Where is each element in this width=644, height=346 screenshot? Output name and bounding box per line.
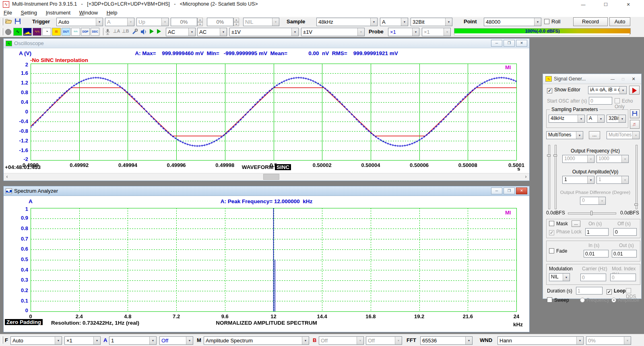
- record-length-select[interactable]: 48000: [484, 18, 541, 26]
- slider-thumb[interactable]: [547, 154, 551, 157]
- chevron-down-icon[interactable]: [370, 18, 377, 26]
- siggen-close-button[interactable]: ✕: [628, 76, 639, 82]
- oscilloscope-titlebar[interactable]: ∿ Oscilloscope: [4, 39, 529, 48]
- siggen-channel-select[interactable]: A: [587, 115, 605, 123]
- modulation-select[interactable]: NIL: [549, 273, 570, 281]
- spectrum-close-button[interactable]: [516, 187, 527, 194]
- slider-thumb[interactable]: [590, 211, 592, 215]
- siggen-run-button[interactable]: [629, 86, 640, 95]
- trigger-mode-select[interactable]: Auto: [56, 18, 103, 26]
- spectrum-restore-button[interactable]: [504, 187, 515, 194]
- slider-thumb[interactable]: [634, 204, 638, 206]
- maximize-button[interactable]: ☐: [596, 0, 616, 9]
- zoom-mult-select[interactable]: ×1: [64, 336, 101, 345]
- chevron-down-icon[interactable]: [55, 337, 62, 344]
- ddp-viewer-icon[interactable]: DDP: [81, 28, 90, 36]
- chevron-down-icon[interactable]: [576, 132, 583, 139]
- display-mode-select[interactable]: Amplitude Spectrum: [204, 336, 309, 345]
- fft-size-select[interactable]: 65536: [420, 336, 473, 345]
- siggen-bits-select[interactable]: 32Bit: [607, 115, 626, 123]
- open-file-button[interactable]: [5, 18, 12, 26]
- amplitude-a-select[interactable]: 1: [562, 176, 594, 184]
- oscilloscope-hscrollbar[interactable]: [4, 173, 529, 181]
- signal-generator-titlebar[interactable]: ∿ Signal Gener... — □ ✕: [543, 74, 641, 84]
- channel-a-scale-select[interactable]: 1: [109, 336, 157, 345]
- roll-checkbox-box[interactable]: [544, 19, 549, 24]
- spectrum-3d-plot-icon[interactable]: ≋: [52, 28, 61, 36]
- level-slider-b[interactable]: [636, 145, 638, 209]
- chevron-down-icon[interactable]: [587, 176, 594, 183]
- chevron-down-icon[interactable]: [149, 337, 156, 344]
- sound-output-icon[interactable]: [140, 29, 147, 36]
- auto-scale-button[interactable]: Auto: [609, 17, 630, 26]
- siggen-sample-rate-select[interactable]: 48kHz: [549, 115, 585, 123]
- chevron-down-icon[interactable]: [619, 86, 626, 94]
- chevron-down-icon[interactable]: [534, 18, 541, 26]
- spin-down-icon[interactable]: [197, 22, 203, 27]
- waveform-browse-button[interactable]: ...: [589, 131, 600, 139]
- window-function-select[interactable]: Hann: [497, 336, 584, 345]
- oscilloscope-close-button[interactable]: [516, 40, 527, 47]
- chevron-down-icon[interactable]: [576, 337, 583, 344]
- siggen-save-button[interactable]: [630, 109, 640, 118]
- chevron-down-icon[interactable]: [220, 28, 227, 36]
- menu-instrument[interactable]: Instrument: [42, 9, 74, 16]
- run-loop-icon[interactable]: [157, 29, 161, 34]
- loop-checkbox[interactable]: Loop: [607, 288, 625, 295]
- calibration-icon[interactable]: [132, 29, 138, 36]
- save-button[interactable]: [14, 18, 21, 26]
- spin-down-icon[interactable]: [233, 22, 239, 27]
- channel-a-mode-select[interactable]: Off: [159, 336, 193, 345]
- chevron-down-icon[interactable]: [578, 115, 584, 122]
- siggen-minimize-button[interactable]: —: [607, 77, 618, 81]
- probe-a-select[interactable]: ×1: [388, 28, 419, 36]
- spectrum-analyzer-icon[interactable]: ▂▅▇▃: [23, 28, 32, 36]
- chevron-down-icon[interactable]: [563, 274, 570, 281]
- close-button[interactable]: ✕: [618, 0, 638, 9]
- menu-window[interactable]: Window: [76, 9, 101, 16]
- oscilloscope-icon[interactable]: ∿: [13, 28, 22, 36]
- derived-data-curve-icon[interactable]: ≈≈: [71, 28, 80, 36]
- slider-thumb[interactable]: [553, 154, 557, 157]
- sample-channel-select[interactable]: A: [380, 18, 408, 26]
- device-test-plan-icon[interactable]: DUT: [62, 28, 70, 36]
- toolbar-grip[interactable]: [1, 336, 3, 344]
- chevron-down-icon[interactable]: [186, 337, 193, 344]
- chevron-down-icon[interactable]: [445, 18, 452, 26]
- chevron-down-icon[interactable]: [188, 28, 195, 36]
- toolbar-grip[interactable]: [1, 28, 3, 35]
- oscilloscope-minimize-button[interactable]: [491, 40, 502, 47]
- chevron-down-icon[interactable]: [93, 337, 100, 344]
- toolbar-grip[interactable]: [1, 18, 3, 25]
- ddc-icon[interactable]: DDC: [91, 28, 99, 36]
- mask-browse-button[interactable]: ...: [572, 220, 580, 227]
- multimeter-icon[interactable]: ◔: [42, 28, 51, 36]
- scroll-right-icon[interactable]: [522, 173, 529, 180]
- roll-checkbox[interactable]: Roll: [544, 19, 560, 25]
- run-icon[interactable]: [150, 29, 154, 34]
- chevron-down-icon[interactable]: [597, 115, 604, 122]
- sinc-badge[interactable]: SINC: [275, 164, 291, 170]
- chevron-down-icon[interactable]: [465, 337, 472, 344]
- minimize-button[interactable]: —: [573, 0, 593, 9]
- waveform-a-select[interactable]: MultiTones: [546, 131, 583, 139]
- oscilloscope-plot[interactable]: [4, 63, 527, 169]
- menu-help[interactable]: Help: [103, 9, 121, 16]
- scroll-left-icon[interactable]: [4, 173, 10, 180]
- spectrum-plot[interactable]: [4, 207, 527, 320]
- spin-up-icon[interactable]: [197, 18, 203, 22]
- range-a-select[interactable]: ±1V: [229, 28, 299, 36]
- chevron-down-icon[interactable]: [291, 28, 298, 36]
- trigger-level-spinner[interactable]: 0%: [171, 18, 203, 26]
- spectrum-minimize-button[interactable]: [491, 187, 502, 194]
- chevron-down-icon[interactable]: [412, 28, 419, 36]
- sample-rate-select[interactable]: 48kHz: [316, 18, 378, 26]
- scroll-thumb[interactable]: [263, 174, 279, 180]
- chevron-down-icon[interactable]: [401, 18, 408, 26]
- bit-depth-select[interactable]: 32Bit: [411, 18, 452, 26]
- show-editor-checkbox[interactable]: Show Editor: [547, 87, 580, 93]
- microphone-icon[interactable]: [105, 29, 111, 37]
- menu-setting[interactable]: Setting: [17, 9, 41, 16]
- coupling-b-select[interactable]: AC: [197, 28, 227, 36]
- chevron-down-icon[interactable]: [302, 337, 309, 344]
